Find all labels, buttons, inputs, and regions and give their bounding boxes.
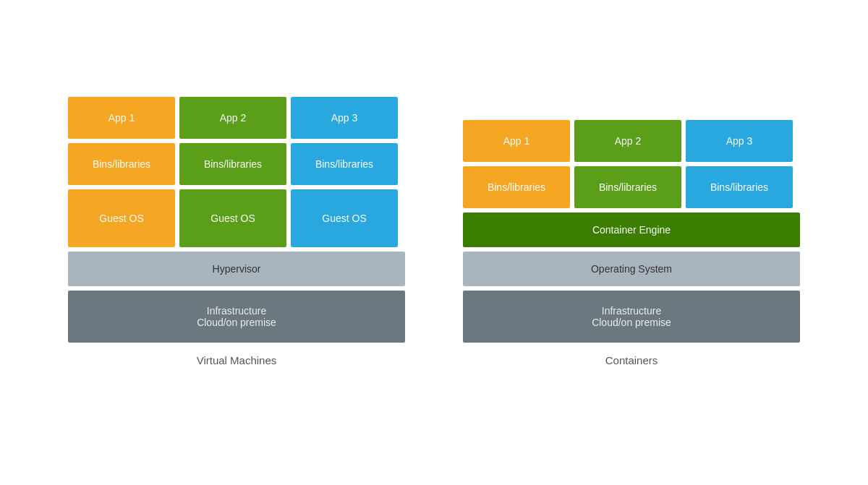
ct-engine: Container Engine bbox=[463, 213, 800, 247]
ct-infra: Infrastructure Cloud/on premise bbox=[463, 291, 800, 343]
ct-bins-row: Bins/libraries Bins/libraries Bins/libra… bbox=[463, 166, 800, 208]
vm-guestos1: Guest OS bbox=[68, 189, 175, 247]
ct-os: Operating System bbox=[463, 252, 800, 286]
vm-stack: App 1 App 2 App 3 Bins/libraries Bins/li… bbox=[68, 97, 405, 343]
vm-bins1: Bins/libraries bbox=[68, 143, 175, 185]
ct-app1: App 1 bbox=[463, 120, 570, 162]
vm-hypervisor: Hypervisor bbox=[68, 252, 405, 286]
ct-diagram: App 1 App 2 App 3 Bins/libraries Bins/li… bbox=[463, 120, 800, 366]
vm-diagram: App 1 App 2 App 3 Bins/libraries Bins/li… bbox=[68, 97, 405, 366]
vm-guestos3: Guest OS bbox=[291, 189, 398, 247]
vm-bins-row: Bins/libraries Bins/libraries Bins/libra… bbox=[68, 143, 405, 185]
vm-app3: App 3 bbox=[291, 97, 398, 139]
ct-app-row: App 1 App 2 App 3 bbox=[463, 120, 800, 162]
ct-bins3: Bins/libraries bbox=[686, 166, 793, 208]
ct-app2: App 2 bbox=[574, 120, 681, 162]
ct-bins2: Bins/libraries bbox=[574, 166, 681, 208]
vm-label: Virtual Machines bbox=[197, 354, 277, 366]
vm-bins3: Bins/libraries bbox=[291, 143, 398, 185]
ct-stack: App 1 App 2 App 3 Bins/libraries Bins/li… bbox=[463, 120, 800, 343]
vm-bins2: Bins/libraries bbox=[179, 143, 286, 185]
vm-app1: App 1 bbox=[68, 97, 175, 139]
ct-bins1: Bins/libraries bbox=[463, 166, 570, 208]
vm-app-row: App 1 App 2 App 3 bbox=[68, 97, 405, 139]
vm-infra: Infrastructure Cloud/on premise bbox=[68, 291, 405, 343]
vm-app2: App 2 bbox=[179, 97, 286, 139]
vm-guestos2: Guest OS bbox=[179, 189, 286, 247]
vm-guestos-row: Guest OS Guest OS Guest OS bbox=[68, 189, 405, 247]
ct-label: Containers bbox=[605, 354, 658, 366]
ct-app3: App 3 bbox=[686, 120, 793, 162]
main-container: App 1 App 2 App 3 Bins/libraries Bins/li… bbox=[68, 97, 800, 388]
